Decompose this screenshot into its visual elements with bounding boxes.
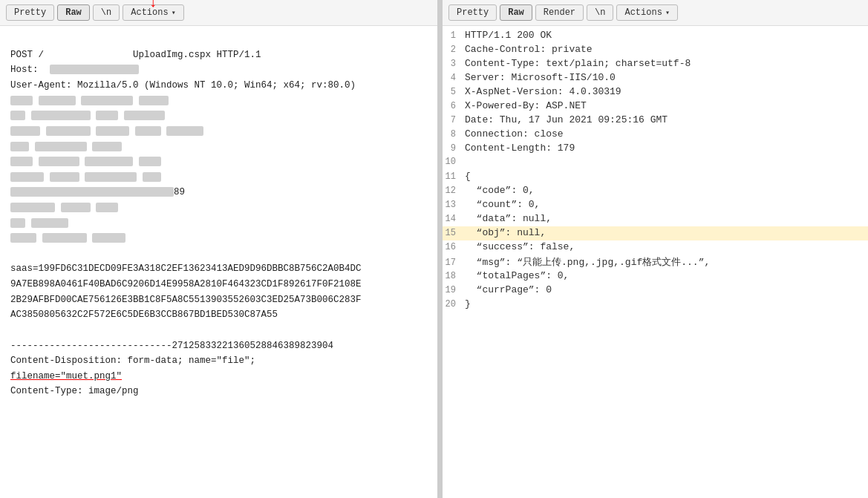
b27 — [61, 203, 91, 212]
response-line-2: 2Cache-Control: private — [443, 43, 868, 57]
left-toolbar: Pretty Raw \n Actions ▾ ↓ — [0, 0, 437, 26]
response-line-19: 19 “currPage”: 0 — [443, 284, 868, 298]
line-number-13: 13 — [443, 200, 465, 210]
line-number-10: 10 — [443, 157, 465, 167]
left-pretty-btn[interactable]: Pretty — [6, 4, 54, 21]
right-raw-btn[interactable]: Raw — [500, 4, 532, 21]
b29 — [10, 218, 25, 228]
b19 — [85, 157, 133, 166]
b6 — [31, 111, 91, 120]
line-text-11: { — [465, 171, 471, 182]
response-line-1: 1HTTP/1.1 200 OK — [443, 29, 868, 43]
line-text-4: Server: Microsoft-IIS/10.0 — [465, 72, 616, 83]
response-line-20: 20} — [443, 298, 868, 312]
line-text-15: “obj”: null, — [465, 227, 546, 238]
line-number-1: 1 — [443, 30, 465, 41]
line-number-20: 20 — [443, 299, 465, 309]
line-text-7: Date: Thu, 17 Jun 2021 09:25:16 GMT — [465, 114, 668, 125]
line-text-6: X-Powered-By: ASP.NET — [465, 100, 587, 111]
b25 — [10, 187, 174, 197]
b33 — [92, 233, 125, 243]
line-number-9: 9 — [443, 143, 465, 154]
line-text-3: Content-Type: text/plain; charset=utf-8 — [465, 58, 691, 69]
line-text-8: Connection: close — [465, 128, 564, 140]
line-number-4: 4 — [443, 73, 465, 83]
b3 — [81, 96, 133, 105]
b31 — [10, 233, 36, 243]
left-raw-btn[interactable]: Raw — [57, 4, 90, 21]
b18 — [39, 157, 79, 166]
arrow-indicator: ↓ — [149, 0, 157, 11]
right-actions-label: Actions — [624, 7, 662, 18]
line-number-6: 6 — [443, 101, 465, 111]
left-actions-chevron-icon: ▾ — [172, 8, 176, 17]
line-text-19: “currPage”: 0 — [465, 284, 552, 295]
right-content[interactable]: 1HTTP/1.1 200 OK2Cache-Control: private3… — [443, 26, 868, 498]
b23 — [85, 172, 137, 182]
line-text-16: “success”: false, — [465, 241, 575, 252]
line-text-1: HTTP/1.1 200 OK — [465, 30, 552, 41]
right-render-btn[interactable]: Render — [535, 4, 584, 21]
response-line-10: 10 — [443, 156, 868, 170]
line-number-16: 16 — [443, 242, 465, 252]
b30 — [31, 218, 68, 228]
response-line-15: 15 “obj”: null, — [443, 226, 868, 240]
response-line-9: 9Content-Length: 179 — [443, 142, 868, 156]
line-text-18: “totalPages”: 0, — [465, 270, 569, 281]
line-number-2: 2 — [443, 45, 465, 55]
b5 — [10, 111, 25, 120]
response-line-6: 6X-Powered-By: ASP.NET — [443, 99, 868, 114]
b15 — [35, 142, 87, 151]
b4 — [139, 96, 169, 105]
left-content[interactable]: POST / UploadImg.cspx HTTP/1.1 Host: Use… — [0, 26, 437, 498]
line-number-19: 19 — [443, 285, 465, 295]
b10 — [46, 126, 91, 136]
b14 — [10, 142, 29, 151]
line-number-17: 17 — [443, 258, 465, 268]
b1 — [10, 96, 33, 105]
b2 — [39, 96, 76, 105]
line-text-12: “code”: 0, — [465, 185, 535, 196]
left-n-btn[interactable]: \n — [93, 4, 120, 21]
line-text-5: X-AspNet-Version: 4.0.30319 — [465, 86, 621, 97]
response-line-13: 13 “count”: 0, — [443, 198, 868, 212]
line-number-5: 5 — [443, 87, 465, 97]
b28 — [96, 203, 118, 212]
right-toolbar: Pretty Raw Render \n Actions ▾ — [443, 0, 868, 26]
line-number-3: 3 — [443, 59, 465, 69]
b24 — [143, 172, 161, 182]
line-text-17: “msg”: “只能上传.png,.jpg,.gif格式文件...”, — [465, 255, 710, 269]
response-line-17: 17 “msg”: “只能上传.png,.jpg,.gif格式文件...”, — [443, 255, 868, 269]
line-text-2: Cache-Control: private — [465, 44, 593, 55]
b16 — [92, 142, 122, 151]
line-text-20: } — [465, 298, 471, 309]
blurred-host — [50, 65, 139, 74]
b7 — [96, 111, 118, 120]
b13 — [166, 126, 203, 136]
line-number-18: 18 — [443, 271, 465, 281]
b9 — [10, 126, 40, 136]
right-actions-btn[interactable]: Actions ▾ — [616, 4, 677, 21]
right-actions-chevron-icon: ▾ — [665, 8, 670, 17]
b22 — [50, 172, 79, 182]
response-line-12: 12 “code”: 0, — [443, 184, 868, 198]
line-text-9: Content-Length: 179 — [465, 142, 575, 154]
response-line-3: 3Content-Type: text/plain; charset=utf-8 — [443, 57, 868, 71]
b32 — [42, 233, 87, 243]
response-line-18: 18 “totalPages”: 0, — [443, 269, 868, 284]
response-line-11: 11{ — [443, 170, 868, 184]
response-line-8: 8Connection: close — [443, 128, 868, 142]
line-number-8: 8 — [443, 129, 465, 140]
b21 — [10, 172, 44, 182]
line-text-14: “data”: null, — [465, 213, 552, 224]
right-n-btn[interactable]: \n — [587, 4, 613, 21]
response-line-7: 7Date: Thu, 17 Jun 2021 09:25:16 GMT — [443, 114, 868, 128]
right-pretty-btn[interactable]: Pretty — [448, 4, 497, 21]
b17 — [10, 157, 33, 166]
b8 — [124, 111, 165, 120]
response-line-16: 16 “success”: false, — [443, 240, 868, 255]
filename-underlined: filename="muet.png1" — [10, 371, 122, 381]
left-request-text: POST / UploadImg.cspx HTTP/1.1 Host: Use… — [4, 29, 433, 402]
response-line-14: 14 “data”: null, — [443, 212, 868, 226]
line-text-13: “count”: 0, — [465, 199, 540, 210]
